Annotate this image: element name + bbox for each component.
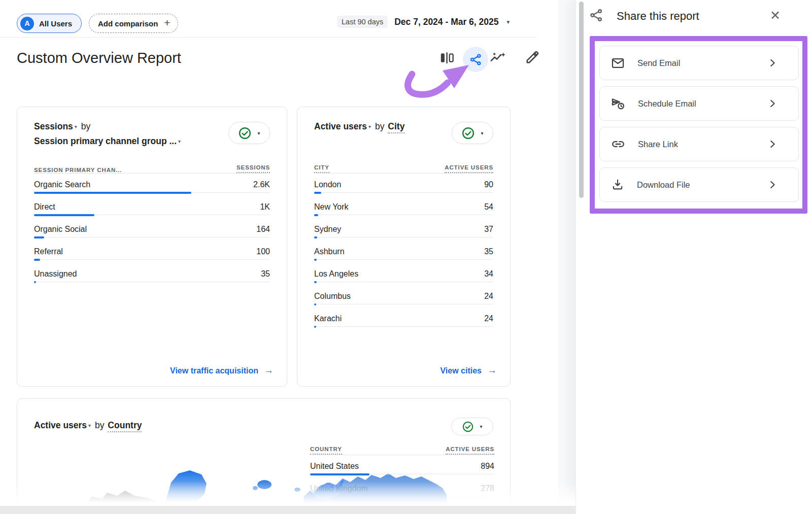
edit-icon[interactable] [525, 50, 540, 65]
panel-gutter [558, 0, 576, 514]
table-row: Columbus 24 [314, 285, 493, 307]
column-header-metric[interactable]: ACTIVE USERS [445, 164, 493, 173]
data-quality-badge[interactable]: ▾ [228, 122, 270, 144]
by-word: by [95, 420, 104, 430]
add-comparison-button[interactable]: Add comparison + [89, 14, 178, 33]
column-header-metric[interactable]: ACTIVE USERS [446, 446, 494, 455]
value-bar [314, 214, 318, 216]
caret-down-icon: ▾ [507, 19, 510, 25]
download-icon [611, 178, 624, 191]
metric-selector[interactable]: Active users [314, 121, 367, 131]
country-table: COUNTRY ACTIVE USERS United States 894 U… [310, 442, 494, 500]
value-bar [314, 281, 317, 283]
card-active-users-by-country: Active users▾ by Country ▾ [17, 398, 511, 514]
by-word: by [375, 121, 384, 131]
table-row: Direct 1K [34, 196, 270, 218]
caret-down-icon: ▾ [368, 124, 371, 129]
data-quality-badge[interactable]: ▾ [451, 418, 493, 435]
table-row: Referral 100 [34, 241, 270, 263]
table-row: United States 894 [310, 455, 494, 477]
audience-chip-label: All Users [39, 19, 72, 28]
insights-icon[interactable] [489, 50, 506, 65]
column-header-dimension[interactable]: CITY [314, 164, 329, 173]
share-icon [469, 53, 482, 66]
caret-down-icon: ▾ [257, 130, 260, 136]
link-icon [611, 137, 625, 151]
arrow-right-icon: → [264, 365, 274, 376]
share-report-button[interactable] [463, 47, 488, 72]
table-row: London 90 [314, 174, 493, 196]
card-sessions-by-channel: Sessions▾ by Session primary channel gro… [17, 107, 287, 387]
share-icon [589, 8, 603, 24]
data-quality-badge[interactable]: ▾ [452, 122, 493, 144]
app-window: A All Users Add comparison + Last 90 day… [0, 0, 812, 514]
chevron-right-icon [767, 139, 778, 150]
table-row: Organic Search 2.6K [34, 174, 270, 196]
dimension-selector[interactable]: City [388, 121, 404, 133]
card-title[interactable]: Sessions▾ by Session primary channel gro… [34, 119, 226, 149]
table-row: Unassigned 35 [34, 263, 270, 285]
column-header-metric[interactable]: SESSIONS [236, 164, 270, 173]
by-word: by [81, 121, 90, 131]
value-bar [310, 473, 369, 475]
value-bar [34, 281, 36, 283]
value-bar [314, 236, 317, 238]
value-bar [314, 326, 316, 328]
scrollbar-thumb[interactable] [579, 2, 584, 198]
date-range-picker[interactable]: Last 90 days Dec 7, 2024 - Mar 6, 2025 ▾ [337, 16, 510, 28]
share-link-option[interactable]: Share Link [599, 127, 799, 161]
arrow-right-icon: → [487, 365, 497, 376]
view-traffic-acquisition-link[interactable]: View traffic acquisition → [170, 365, 274, 376]
annotation-highlight-box: Send Email Schedule Email [590, 36, 807, 214]
add-comparison-label: Add comparison [98, 19, 158, 28]
check-circle-icon [462, 421, 474, 433]
value-bar [34, 259, 40, 261]
table-row: Sydney 37 [314, 218, 493, 241]
caret-down-icon: ▾ [481, 130, 483, 136]
column-header-dimension[interactable]: SESSION PRIMARY CHAN... [34, 167, 122, 173]
schedule-email-option[interactable]: Schedule Email [599, 86, 799, 121]
date-preset-badge: Last 90 days [337, 16, 388, 28]
value-bar [34, 214, 94, 216]
card-title[interactable]: Active users▾ by Country [34, 418, 449, 433]
plus-icon: + [164, 17, 170, 29]
caret-down-icon: ▾ [88, 423, 91, 428]
share-panel: Share this report ✕ Send Email [576, 0, 812, 514]
bottom-scroll-strip [0, 506, 576, 514]
avatar: A [20, 17, 34, 30]
comparison-icon[interactable] [439, 51, 455, 65]
table-body: Organic Search 2.6K Direct 1K Organic So… [34, 173, 270, 285]
chevron-right-icon [767, 57, 778, 68]
column-header-dimension[interactable]: COUNTRY [310, 446, 342, 455]
value-bar [34, 236, 44, 238]
chevron-right-icon [767, 179, 778, 190]
schedule-send-icon [611, 96, 625, 111]
view-cities-link[interactable]: View cities → [440, 365, 497, 376]
metric-selector[interactable]: Sessions [34, 121, 73, 131]
card-title[interactable]: Active users▾ by City [314, 119, 449, 134]
table-body: London 90 New York 54 Sydney 37 [314, 173, 493, 330]
dimension-selector[interactable]: Country [108, 420, 142, 432]
table-row: Los Angeles 34 [314, 263, 493, 285]
table-row: Karachi 24 [314, 307, 493, 330]
card-active-users-by-city: Active users▾ by City ▾ CITY ACTIVE USER… [297, 107, 511, 387]
dimension-selector[interactable]: Session primary channel group ... [34, 136, 177, 146]
value-bar [314, 192, 321, 194]
close-icon[interactable]: ✕ [770, 7, 781, 23]
caret-down-icon: ▾ [75, 124, 77, 129]
topbar-divider [0, 37, 537, 38]
metric-selector[interactable]: Active users [34, 420, 87, 430]
caret-down-icon: ▾ [480, 424, 482, 429]
download-file-option[interactable]: Download File [599, 167, 799, 202]
check-circle-icon [461, 126, 475, 140]
send-email-option[interactable]: Send Email [599, 46, 799, 80]
chevron-right-icon [767, 98, 778, 109]
check-circle-icon [238, 126, 252, 140]
panel-title: Share this report [617, 10, 699, 23]
value-bar [314, 303, 316, 305]
table-row: Ashburn 35 [314, 241, 493, 263]
audience-chip-all-users[interactable]: A All Users [17, 14, 82, 33]
date-range-value: Dec 7, 2024 - Mar 6, 2025 [394, 17, 498, 27]
table-body: United States 894 United Kingdom 278 [310, 455, 494, 500]
table-row: New York 54 [314, 196, 493, 218]
